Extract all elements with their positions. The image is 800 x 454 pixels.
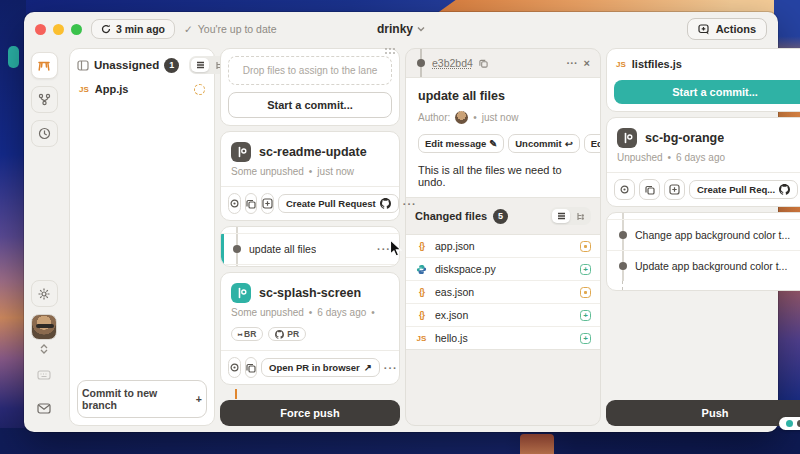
github-icon <box>275 330 284 339</box>
workspace-tab-button[interactable] <box>31 52 58 79</box>
commit-time: just now <box>482 112 519 123</box>
python-file-icon <box>415 264 428 275</box>
branch-card-bg-orange: sc-bg-orange Unpushed • 6 days ago <box>606 117 800 207</box>
create-pr-label: Create Pull Req... <box>697 184 775 195</box>
changed-files-list: {} app.json diskspace.py + {} eas.json <box>406 234 600 350</box>
sync-time-label: 3 min ago <box>116 23 165 35</box>
keyboard-shortcuts-button[interactable] <box>31 361 58 388</box>
commit-more-button[interactable]: ··· <box>567 57 578 69</box>
copy-branch-button[interactable] <box>245 357 257 378</box>
branch-more-button[interactable]: ··· <box>384 362 398 374</box>
profile-switcher-chevrons[interactable] <box>40 344 48 354</box>
settings-button[interactable] <box>31 280 58 307</box>
open-pr-label: Open PR in browser <box>269 362 360 373</box>
branch-review-badge[interactable]: ▸◂ BR <box>231 327 263 341</box>
js-file-icon: JS <box>415 334 428 343</box>
history-tab-button[interactable] <box>31 120 58 147</box>
list-view-button[interactable] <box>552 209 570 223</box>
commit-description: This is all the files we need to undo. <box>418 164 588 188</box>
pr-badge-label: PR <box>287 329 299 339</box>
lane-drag-handle[interactable] <box>384 47 397 54</box>
actions-button[interactable]: Actions <box>687 18 767 40</box>
create-pull-request-button[interactable]: Create Pull Request <box>278 194 399 213</box>
branch-meta: Some unpushed • 6 days ago • <box>221 307 399 327</box>
start-commit-button[interactable]: Start a commit... <box>614 80 800 104</box>
commit-row[interactable]: Update app background color t... <box>607 250 800 281</box>
modified-status-icon <box>580 287 591 298</box>
added-status-icon: + <box>580 310 591 321</box>
branch-name: sc-readme-update <box>259 145 367 159</box>
commit-target-button[interactable] <box>614 179 635 200</box>
copy-branch-button[interactable] <box>639 179 660 200</box>
branch-badges: ▸◂ BR PR <box>221 327 399 350</box>
js-file-icon: JS <box>79 85 89 94</box>
copy-sha-button[interactable] <box>479 59 488 68</box>
branch-time: 6 days ago <box>317 307 366 318</box>
start-commit-button[interactable]: Start a commit... <box>228 92 392 118</box>
changed-files-count-badge: 5 <box>493 209 508 224</box>
commit-sha-link[interactable]: e3b2bd4 <box>432 57 473 69</box>
branch-push-state: Unpushed <box>617 152 663 163</box>
file-row[interactable]: JS hello.js + <box>406 326 600 349</box>
upstream-tick <box>235 389 237 399</box>
tree-view-button[interactable] <box>571 209 589 223</box>
gear-icon <box>37 287 51 301</box>
branches-tab-button[interactable] <box>31 86 58 113</box>
add-reviewer-button[interactable] <box>261 193 274 214</box>
teal-dot-icon <box>786 420 793 427</box>
branch-actions: Open PR in browser ↗ ··· <box>221 350 399 384</box>
branch-push-state: Some unpushed <box>231 307 304 318</box>
pencil-icon: ✎ <box>489 138 497 149</box>
close-window-button[interactable] <box>35 24 46 35</box>
branch-header[interactable]: sc-readme-update <box>221 132 399 166</box>
list-view-button[interactable] <box>191 58 209 72</box>
branch-card-readme: sc-readme-update Some unpushed • just no… <box>220 131 400 221</box>
commit-row[interactable]: feat(app): Add second favicon to ... <box>221 264 399 267</box>
commit-target-button[interactable] <box>228 193 241 214</box>
close-details-button[interactable]: × <box>584 57 590 69</box>
minimize-window-button[interactable] <box>53 24 64 35</box>
file-name: listfiles.js <box>632 58 682 70</box>
add-reviewer-button[interactable] <box>664 179 685 200</box>
file-row[interactable]: {} ex.json + <box>406 303 600 326</box>
copy-branch-button[interactable] <box>245 193 257 214</box>
push-button[interactable]: Push <box>606 400 800 426</box>
lane-uncommitted-card: Drop files to assign to the lane Start a… <box>220 48 400 126</box>
modified-status-icon <box>580 241 591 252</box>
branch-header[interactable]: sc-bg-orange <box>607 118 800 152</box>
zoom-window-button[interactable] <box>71 24 82 35</box>
commit-message: update all files <box>249 243 316 255</box>
sync-status-button[interactable]: 3 min ago <box>91 19 175 39</box>
uncommit-button[interactable]: Uncommit ↩ <box>508 134 579 153</box>
commit-row[interactable]: update all files ··· <box>221 233 399 264</box>
file-name: hello.js <box>435 332 468 344</box>
json-file-icon: {} <box>415 310 428 320</box>
project-switcher[interactable]: drinky <box>377 22 425 36</box>
history-continues-rail <box>607 281 800 290</box>
commit-author-line: Author: • just now <box>418 111 588 124</box>
open-pr-in-browser-button[interactable]: Open PR in browser ↗ <box>261 358 380 377</box>
unassigned-title: Unassigned <box>94 59 159 71</box>
pull-request-badge[interactable]: PR <box>268 327 306 341</box>
lane-column-1: Drop files to assign to the lane Start a… <box>220 48 400 426</box>
file-drop-zone[interactable]: Drop files to assign to the lane <box>228 56 392 85</box>
commit-to-new-branch-button[interactable]: Commit to new branch + <box>77 380 207 418</box>
actions-icon <box>698 24 710 35</box>
edit-message-button[interactable]: Edit message ✎ <box>418 134 504 153</box>
commit-target-button[interactable] <box>228 357 241 378</box>
commit-row[interactable]: Change app background color t... <box>607 219 800 250</box>
unassigned-file-row[interactable]: JS App.js <box>77 74 207 99</box>
feedback-button[interactable] <box>31 395 58 422</box>
create-pull-request-button[interactable]: Create Pull Req... <box>689 180 798 199</box>
force-push-button[interactable]: Force push <box>220 400 400 426</box>
file-row[interactable]: {} app.json <box>406 235 600 257</box>
file-row[interactable]: diskspace.py + <box>406 257 600 280</box>
file-row[interactable]: {} eas.json <box>406 280 600 303</box>
user-avatar[interactable] <box>31 314 57 340</box>
assigned-file-row[interactable]: JS listfiles.js + <box>614 56 800 73</box>
edit-commit-button[interactable]: Edit commit <box>584 134 601 153</box>
external-link-icon: ↗ <box>364 362 372 373</box>
unassigned-panel: Unassigned 1 JS App.js Comm <box>69 48 215 426</box>
branch-more-button[interactable]: ··· <box>403 198 417 210</box>
branch-header[interactable]: sc-splash-screen <box>221 273 399 307</box>
